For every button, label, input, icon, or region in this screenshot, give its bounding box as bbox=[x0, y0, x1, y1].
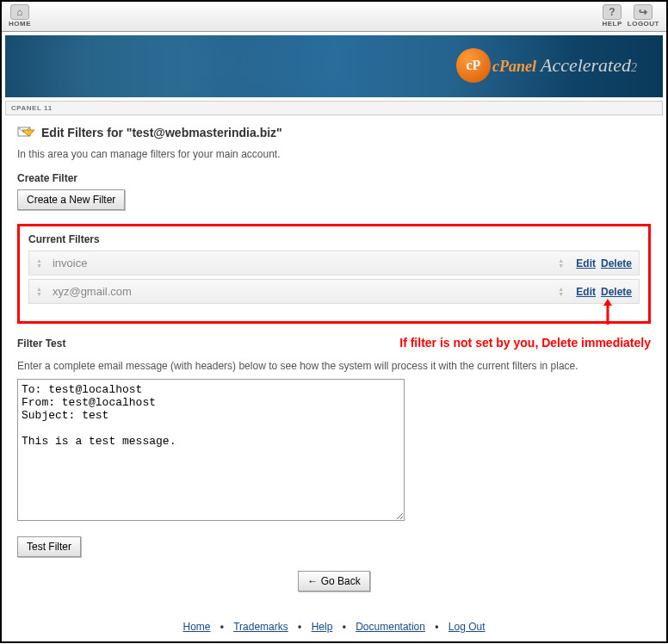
banner: cP cPanel Accelerated 2 bbox=[5, 35, 663, 97]
create-filter-button[interactable]: Create a New Filter bbox=[17, 189, 125, 210]
current-filters-heading: Current Filters bbox=[28, 233, 640, 245]
page-title: Edit Filters for "test@webmasterindia.bi… bbox=[41, 126, 282, 139]
content: Edit Filters for "test@webmasterindia.bi… bbox=[2, 115, 666, 616]
help-nav[interactable]: ? HELP bbox=[602, 4, 622, 28]
cpanel-logo: cP cPanel Accelerated 2 bbox=[456, 48, 637, 83]
current-filters-box: Current Filters ▲▼ invoice ▲▼ Edit Delet… bbox=[17, 224, 651, 324]
logo-accelerated-text: Accelerated bbox=[541, 54, 631, 77]
home-icon: ⌂ bbox=[10, 4, 29, 20]
sort-arrows-icon: ▲▼ bbox=[558, 287, 564, 297]
home-nav[interactable]: ⌂ HOME bbox=[9, 4, 31, 28]
help-icon: ? bbox=[603, 4, 622, 20]
create-filter-heading: Create Filter bbox=[17, 172, 651, 184]
breadcrumb: CPANEL 11 bbox=[5, 101, 663, 115]
filter-row: ▲▼ invoice ▲▼ Edit Delete bbox=[28, 251, 640, 276]
sort-arrows-icon: ▲▼ bbox=[558, 258, 564, 269]
filter-name: invoice bbox=[53, 257, 558, 269]
test-filter-button[interactable]: Test Filter bbox=[17, 536, 81, 557]
footer-separator: • bbox=[220, 621, 224, 633]
drag-handle-icon[interactable]: ▲▼ bbox=[36, 258, 42, 269]
edit-filter-link[interactable]: Edit bbox=[576, 257, 596, 269]
delete-filter-link[interactable]: Delete bbox=[601, 257, 632, 269]
footer-link-logout[interactable]: Log Out bbox=[448, 621, 486, 633]
footer-link-home[interactable]: Home bbox=[182, 621, 210, 633]
drag-handle-icon[interactable]: ▲▼ bbox=[36, 287, 42, 297]
delete-filter-link[interactable]: Delete bbox=[601, 286, 632, 298]
top-bar: ⌂ HOME ? HELP ↪ LOGOUT bbox=[2, 2, 666, 32]
footer: Home • Trademarks • Help • Documentation… bbox=[2, 616, 666, 641]
logout-nav[interactable]: ↪ LOGOUT bbox=[628, 4, 659, 28]
go-back-button[interactable]: ← Go Back bbox=[298, 571, 369, 591]
filter-name: xyz@gmail.com bbox=[53, 285, 558, 298]
filter-test-desc: Enter a complete email message (with hea… bbox=[17, 360, 651, 372]
footer-separator: • bbox=[298, 621, 301, 633]
intro-text: In this area you can manage filters for … bbox=[17, 148, 651, 160]
edit-filter-link[interactable]: Edit bbox=[576, 286, 596, 298]
footer-separator: • bbox=[343, 621, 346, 633]
home-label: HOME bbox=[9, 20, 31, 28]
logout-label: LOGOUT bbox=[628, 20, 659, 28]
footer-link-help[interactable]: Help bbox=[312, 621, 333, 633]
filter-test-heading: Filter Test bbox=[17, 337, 65, 350]
filter-row: ▲▼ xyz@gmail.com ▲▼ Edit Delete bbox=[28, 279, 640, 304]
annotation-text: If filter is not set by you, Delete imme… bbox=[399, 336, 651, 350]
logo-cpanel-text: cPanel bbox=[492, 58, 536, 76]
logo-circle-icon: cP bbox=[456, 48, 491, 83]
footer-link-documentation[interactable]: Documentation bbox=[356, 621, 425, 633]
mail-filter-icon bbox=[17, 126, 34, 139]
footer-separator: • bbox=[435, 621, 438, 633]
logout-icon: ↪ bbox=[634, 4, 653, 20]
logo-sub-text: 2 bbox=[631, 61, 637, 75]
footer-link-trademarks[interactable]: Trademarks bbox=[233, 621, 288, 633]
help-label: HELP bbox=[602, 20, 622, 28]
filter-test-textarea[interactable] bbox=[17, 379, 405, 521]
